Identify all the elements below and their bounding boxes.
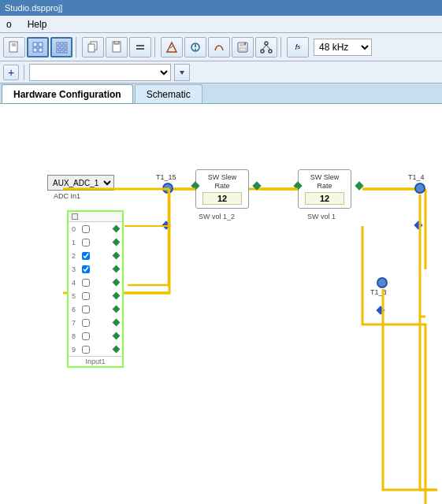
- sw-block-2-value: 12: [305, 192, 344, 205]
- toolbar-btn-save[interactable]: [232, 37, 254, 57]
- input-checkbox-7[interactable]: [82, 319, 90, 327]
- input-block-header: [69, 212, 122, 222]
- input-checkbox-2[interactable]: [82, 252, 90, 260]
- svg-rect-19: [114, 41, 119, 44]
- menu-item-window[interactable]: o: [3, 17, 15, 32]
- input-row-8: 8: [69, 329, 122, 343]
- toolbar: fs 48 kHz 44.1 kHz 96 kHz: [0, 33, 442, 61]
- title-bar: Studio.dspproj]: [0, 0, 442, 16]
- toolbar-btn-a3[interactable]: [208, 37, 230, 57]
- svg-rect-9: [65, 43, 67, 45]
- input-checkbox-4[interactable]: [82, 279, 90, 287]
- connector-0: [113, 225, 121, 233]
- connector-5: [113, 292, 121, 300]
- svg-line-34: [262, 45, 266, 50]
- t1-15-label: T1_15: [156, 173, 176, 181]
- adc-dropdown[interactable]: AUX_ADC_1: [47, 175, 114, 191]
- input-checkbox-0[interactable]: [82, 225, 90, 233]
- add-button[interactable]: +: [3, 65, 19, 80]
- sw-block-2[interactable]: SW SlewRate 12: [298, 169, 351, 209]
- svg-rect-29: [244, 43, 246, 45]
- toolbar-btn-equal[interactable]: [129, 37, 151, 57]
- component-dropdown[interactable]: [29, 64, 171, 81]
- input-checkbox-5[interactable]: [82, 292, 90, 300]
- tab-schematic[interactable]: Schematic: [135, 84, 202, 103]
- t1-3-blue-connector: [376, 306, 384, 314]
- input-checkbox-9[interactable]: [82, 346, 90, 354]
- sw-block-1[interactable]: SW SlewRate 12: [195, 169, 249, 209]
- input-row-2: 2: [69, 249, 122, 262]
- sep: [24, 65, 24, 80]
- svg-point-31: [265, 42, 268, 45]
- svg-line-35: [266, 45, 270, 50]
- t-node-t1-4[interactable]: [414, 183, 425, 194]
- svg-rect-15: [65, 50, 67, 53]
- input-row-9: 9: [69, 343, 122, 356]
- input-row-7: 7: [69, 316, 122, 329]
- separator3: [280, 37, 284, 57]
- input-row-3: 3: [69, 262, 122, 276]
- svg-rect-14: [61, 50, 63, 53]
- svg-rect-6: [39, 48, 43, 52]
- toolbar-btn-grid1[interactable]: [27, 37, 49, 57]
- freq-dropdown[interactable]: 48 kHz 44.1 kHz 96 kHz: [314, 39, 372, 56]
- title-text: Studio.dspproj]: [5, 3, 62, 13]
- toolbar-btn-copy[interactable]: [82, 37, 104, 57]
- toolbar-btn-a2[interactable]: [184, 37, 206, 57]
- input-checkbox-6[interactable]: [82, 306, 90, 313]
- connector-6: [113, 306, 121, 313]
- sw1-right-connector: [252, 181, 261, 190]
- svg-rect-13: [57, 50, 59, 53]
- svg-point-33: [269, 50, 272, 53]
- secondary-toolbar: +: [0, 61, 442, 83]
- svg-rect-3: [33, 43, 37, 46]
- svg-rect-30: [240, 48, 246, 51]
- connector-9: [113, 346, 121, 354]
- dropdown-arrow-btn[interactable]: [174, 64, 190, 81]
- toolbar-btn-grid2[interactable]: [50, 37, 72, 57]
- sw-vol-1-2-label: SW vol 1_2: [199, 213, 235, 220]
- toolbar-btn-new[interactable]: [3, 37, 25, 57]
- toolbar-btn-paste[interactable]: [106, 37, 128, 57]
- main-canvas: AUX_ADC_1 ADC In1 0 1 2 3: [0, 104, 442, 504]
- separator2: [154, 37, 158, 57]
- tab-hardware-configuration[interactable]: Hardware Configuration: [2, 84, 133, 103]
- toolbar-btn-a1[interactable]: [161, 37, 183, 57]
- sw-vol-1-label: SW vol 1: [307, 213, 336, 220]
- t1-3-label: T1_3: [370, 288, 387, 296]
- adc-label: ADC In1: [54, 192, 80, 200]
- input-checkbox-1[interactable]: [82, 239, 90, 246]
- input-row-5: 5: [69, 289, 122, 302]
- sw2-right-connector: [355, 181, 363, 190]
- input-checkbox-3[interactable]: [82, 265, 90, 273]
- input-block: 0 1 2 3 4 5: [67, 210, 124, 368]
- connector-3: [113, 265, 121, 273]
- adc-dropdown-container: AUX_ADC_1: [47, 175, 114, 191]
- svg-marker-36: [180, 71, 184, 75]
- svg-point-32: [261, 50, 264, 53]
- t1-4-label: T1_4: [408, 173, 425, 181]
- connector-7: [113, 319, 121, 327]
- menu-item-help[interactable]: Help: [24, 17, 50, 32]
- svg-rect-8: [61, 43, 63, 45]
- input-block-label: Input1: [69, 356, 122, 366]
- t-node-t1-3[interactable]: [377, 277, 388, 288]
- svg-rect-0: [9, 42, 17, 52]
- input-row-0: 0: [69, 222, 122, 235]
- tabs-bar: Hardware Configuration Schematic: [0, 83, 442, 104]
- menu-bar: o Help: [0, 16, 442, 33]
- input-header-icon: [72, 213, 78, 220]
- connector-2: [113, 252, 121, 260]
- t1-15-blue-connector: [162, 220, 170, 229]
- input-checkbox-8[interactable]: [82, 332, 90, 340]
- input-row-6: 6: [69, 302, 122, 316]
- toolbar-btn-freq-icon[interactable]: fs: [287, 37, 309, 57]
- svg-rect-17: [88, 44, 95, 52]
- freq-selector[interactable]: 48 kHz 44.1 kHz 96 kHz: [314, 39, 372, 56]
- svg-rect-4: [39, 43, 43, 46]
- input-row-1: 1: [69, 235, 122, 249]
- svg-rect-5: [33, 48, 37, 52]
- t-node-t1-15[interactable]: [162, 183, 173, 194]
- toolbar-btn-network[interactable]: [255, 37, 277, 57]
- sw-block-1-value: 12: [202, 192, 242, 205]
